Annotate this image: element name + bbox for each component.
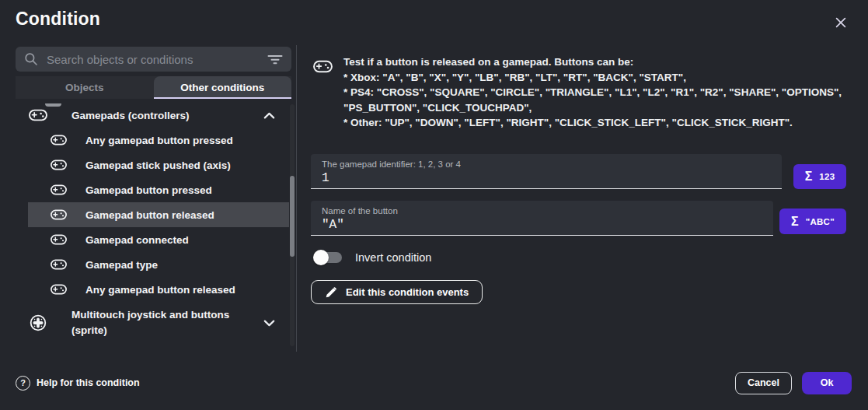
sigma-icon: Σ [805, 170, 813, 183]
invert-condition-label: Invert condition [355, 251, 431, 264]
expression-builder-number-button[interactable]: Σ 123 [793, 164, 846, 189]
list-item[interactable]: Gamepad stick pushed (axis) [28, 152, 289, 177]
panel-divider [296, 45, 297, 352]
toggle-knob[interactable] [313, 250, 329, 265]
description-line: * Other: "UP", "DOWN", "LEFT", "RIGHT", … [343, 115, 842, 131]
tabbar: Objects Other conditions [16, 76, 291, 99]
close-button[interactable] [831, 13, 850, 32]
parameter-row-button-name: Name of the button "A" Σ "ABC" [311, 201, 846, 236]
gamepad-icon [49, 159, 68, 170]
edit-button-label: Edit this condition events [346, 286, 469, 298]
list-item[interactable]: Multitouch joystick and buttons (sprite) [28, 303, 289, 342]
tab-objects[interactable]: Objects [16, 76, 154, 99]
cancel-button[interactable]: Cancel [735, 372, 792, 394]
invert-condition-toggle[interactable] [313, 250, 344, 265]
gamepad-icon [313, 60, 333, 131]
gamepad-icon [29, 109, 47, 121]
dialog-title: Condition [16, 9, 100, 30]
close-icon [835, 16, 847, 29]
button-name-field[interactable]: Name of the button "A" [311, 201, 773, 236]
chevron-up-icon[interactable] [263, 112, 275, 119]
description-line: "PS_BUTTON", "CLICK_TOUCHPAD", [343, 100, 842, 116]
chevron-down-icon[interactable] [263, 320, 275, 327]
field-value[interactable]: 1 [322, 171, 771, 185]
help-label: Help for this condition [37, 377, 140, 388]
edit-condition-events-button[interactable]: Edit this condition events [311, 280, 483, 304]
list-item-label: Gamepad stick pushed (axis) [85, 159, 231, 171]
list-item-label: Gamepad connected [85, 234, 189, 246]
dpad-icon [29, 314, 47, 331]
pencil-icon [325, 286, 337, 299]
expression-builder-string-button[interactable]: Σ "ABC" [779, 209, 846, 234]
list-item[interactable]: Gamepad button released [28, 202, 289, 227]
condition-description: Test if a button is released on a gamepa… [343, 54, 842, 131]
list-item-label: Gamepad type [85, 259, 158, 271]
gamepad-icon [49, 234, 68, 245]
help-icon: ? [16, 376, 30, 391]
gamepad-icon [49, 259, 68, 270]
list-item-label: Gamepads (controllers) [71, 110, 190, 121]
gamepad-icon [49, 284, 68, 295]
expression-type-label: "ABC" [806, 217, 835, 226]
tab-other-conditions[interactable]: Other conditions [154, 76, 292, 99]
list-item-label: Any gamepad button pressed [85, 135, 233, 146]
list-item[interactable]: Gamepads (controllers) [28, 103, 289, 128]
filter-icon[interactable] [267, 54, 283, 65]
search-icon [24, 52, 38, 66]
list-item[interactable]: Gamepad connected [28, 227, 289, 252]
tab-label: Other conditions [180, 82, 264, 93]
list-item[interactable]: Any gamepad button released [28, 277, 289, 302]
list-item-label: Any gamepad button released [85, 284, 235, 296]
list-item-label: Gamepad button pressed [85, 184, 212, 196]
field-value[interactable]: "A" [322, 218, 762, 232]
list-item-label: Multitouch joystick and buttons (sprite) [71, 307, 254, 339]
list-item[interactable]: Gamepad type [28, 252, 289, 277]
dialog-footer: ? Help for this condition Cancel Ok [0, 370, 868, 395]
condition-description-block: Test if a button is released on a gamepa… [313, 54, 842, 131]
description-line: * PS4: "CROSS", "SQUARE", "CIRCLE", "TRI… [343, 85, 842, 100]
list-item[interactable]: Gamepad button pressed [28, 177, 289, 202]
expression-type-label: 123 [819, 172, 835, 181]
conditions-list: Gamepads (controllers) Any gamepad butto… [16, 103, 289, 342]
parameter-row-gamepad-identifier: The gamepad identifier: 1, 2, 3 or 4 1 Σ… [311, 154, 846, 189]
gamepad-icon [49, 209, 68, 220]
gamepad-icon [49, 135, 68, 145]
search-input[interactable] [47, 53, 261, 66]
description-line: * Xbox: "A", "B", "X", "Y", "LB", "RB", … [343, 70, 842, 86]
tab-label: Objects [65, 82, 104, 93]
sigma-icon: Σ [791, 216, 799, 228]
search-box[interactable] [16, 47, 291, 72]
ok-button[interactable]: Ok [802, 372, 852, 394]
list-scrollbar-thumb[interactable] [290, 176, 295, 257]
gamepad-icon [49, 184, 68, 195]
invert-condition-row: Invert condition [313, 250, 431, 265]
list-item-label: Gamepad button released [85, 209, 214, 221]
description-line: Test if a button is released on a gamepa… [343, 54, 842, 70]
help-link[interactable]: ? Help for this condition [16, 376, 140, 391]
field-label: The gamepad identifier: 1, 2, 3 or 4 [322, 159, 771, 169]
field-label: Name of the button [322, 206, 762, 216]
gamepad-identifier-field[interactable]: The gamepad identifier: 1, 2, 3 or 4 1 [311, 154, 782, 189]
list-item[interactable]: Any gamepad button pressed [28, 128, 289, 152]
